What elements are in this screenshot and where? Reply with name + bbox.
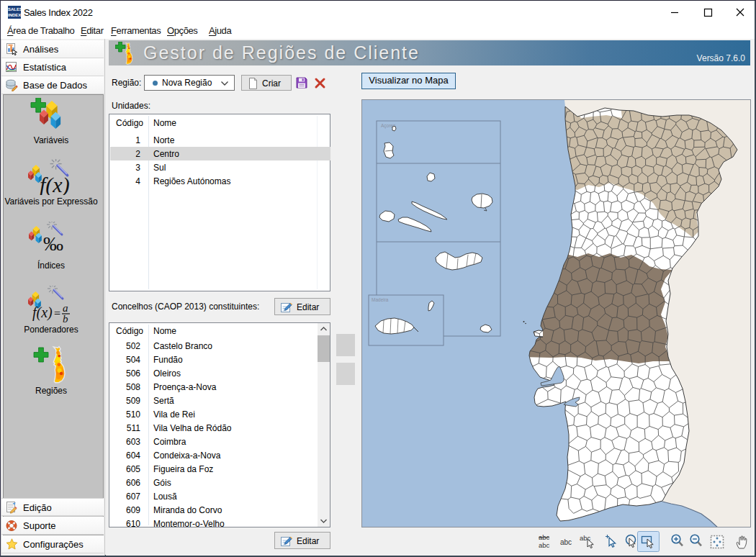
svg-text:‰: ‰ [43,232,63,255]
svg-text:abc: abc [560,538,572,546]
svg-text:b: b [63,313,68,323]
svg-text:f(x): f(x) [40,173,70,195]
svg-text:Madeira: Madeira [372,297,389,302]
svg-text:f(x): f(x) [32,304,53,321]
svg-text:a: a [63,302,68,314]
svg-text:=: = [54,307,60,320]
svg-text:abc: abc [539,541,550,549]
